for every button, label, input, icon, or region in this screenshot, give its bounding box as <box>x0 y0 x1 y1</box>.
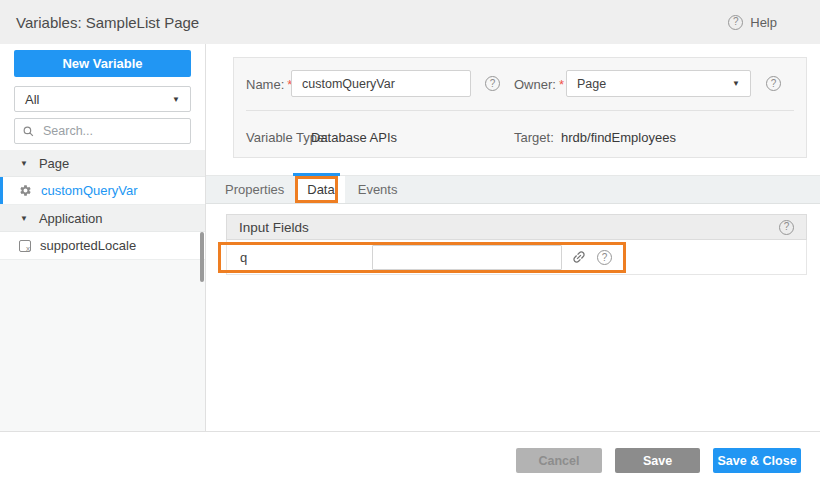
sidebar-scrollbar-thumb[interactable] <box>200 232 204 282</box>
owner-label: Owner:* <box>514 77 564 92</box>
owner-help-icon[interactable]: ? <box>766 76 781 91</box>
collapse-arrow-icon: ▼ <box>20 214 28 223</box>
variables-sidebar: New Variable All ▼ ▼ Page customQ <box>0 44 206 431</box>
field-q-input[interactable] <box>372 245 562 270</box>
save-and-close-button[interactable]: Save & Close <box>713 448 801 473</box>
input-fields-title: Input Fields <box>239 220 309 235</box>
chevron-down-icon: ▼ <box>172 95 180 104</box>
variables-tree: ▼ Page customQueryVar ▼ Application x su… <box>0 150 205 260</box>
help-icon: ? <box>728 15 743 30</box>
input-field-row-q: q ? <box>226 240 807 275</box>
name-help-icon[interactable]: ? <box>485 76 500 91</box>
variable-detail-pane: Name:* ? Owner:* Page ▼ ? Variable Type:… <box>206 44 820 431</box>
locale-icon: x <box>19 240 31 252</box>
new-variable-button[interactable]: New Variable <box>14 50 191 77</box>
tree-group-page[interactable]: ▼ Page <box>0 150 205 177</box>
variable-filter-select[interactable]: All ▼ <box>14 86 191 112</box>
variables-dialog: Variables: SampleList Page ? Help New Va… <box>0 0 820 489</box>
save-button[interactable]: Save <box>615 448 700 473</box>
tab-data[interactable]: Data <box>297 176 344 203</box>
help-link[interactable]: ? Help <box>728 15 777 30</box>
tree-group-label: Application <box>39 211 103 226</box>
tree-item-label: supportedLocale <box>40 238 136 253</box>
tree-group-label: Page <box>39 156 69 171</box>
tree-item-customqueryvar[interactable]: customQueryVar <box>0 177 205 205</box>
variable-type-value: Database APIs <box>311 130 397 145</box>
tree-group-application[interactable]: ▼ Application <box>0 205 205 232</box>
search-input[interactable] <box>14 118 191 144</box>
tree-item-label: customQueryVar <box>41 183 138 198</box>
tab-bar: Properties Data Events <box>206 175 820 204</box>
target-label: Target: <box>514 130 554 145</box>
active-tab-indicator <box>293 173 340 176</box>
chevron-down-icon: ▼ <box>732 79 740 88</box>
tree-item-supportedlocale[interactable]: x supportedLocale <box>0 232 205 260</box>
field-q-label: q <box>240 250 247 265</box>
input-fields-section: Input Fields ? q ? <box>226 214 807 275</box>
panel-divider <box>246 110 794 111</box>
bind-link-icon[interactable] <box>570 249 587 266</box>
help-label: Help <box>750 15 777 30</box>
target-value: hrdb/findEmployees <box>561 130 676 145</box>
variable-summary-panel: Name:* ? Owner:* Page ▼ ? Variable Type:… <box>233 57 807 158</box>
variable-filter-value: All <box>25 92 39 107</box>
owner-select-value: Page <box>577 77 606 91</box>
page-title: Variables: SampleList Page <box>16 14 199 31</box>
input-fields-header: Input Fields ? <box>226 214 807 240</box>
cancel-button[interactable]: Cancel <box>516 448 602 473</box>
dialog-header: Variables: SampleList Page ? Help <box>0 0 820 44</box>
input-fields-help-icon[interactable]: ? <box>779 220 794 235</box>
tab-properties[interactable]: Properties <box>212 176 297 203</box>
field-q-help-icon[interactable]: ? <box>597 250 612 265</box>
gear-icon <box>19 184 32 197</box>
dialog-footer: Cancel Save Save & Close <box>0 431 820 489</box>
owner-select[interactable]: Page ▼ <box>566 70 751 97</box>
collapse-arrow-icon: ▼ <box>20 159 28 168</box>
required-marker: * <box>559 77 564 92</box>
name-label: Name:* <box>246 77 292 92</box>
name-input[interactable] <box>291 70 471 97</box>
tab-events[interactable]: Events <box>345 176 411 203</box>
sidebar-controls: New Variable All ▼ <box>0 44 205 150</box>
